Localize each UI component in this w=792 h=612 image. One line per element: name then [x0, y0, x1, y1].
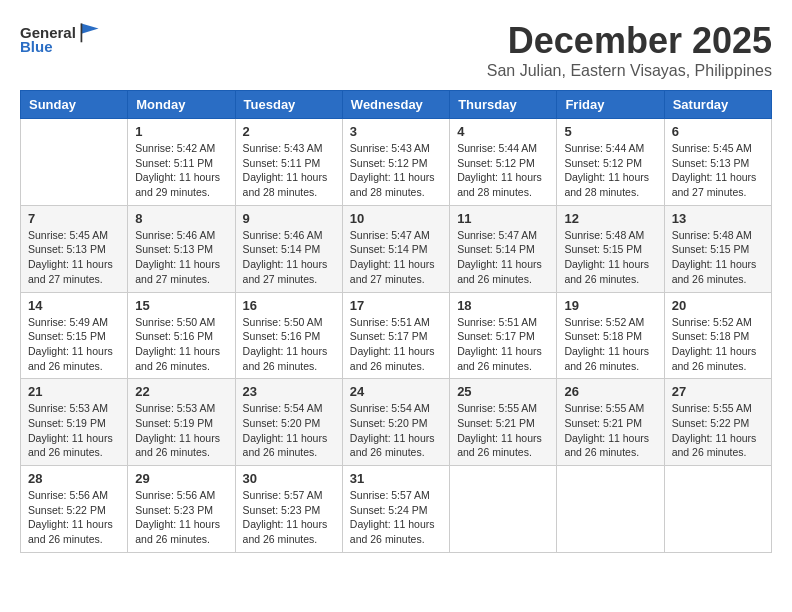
calendar-cell: 9Sunrise: 5:46 AM Sunset: 5:14 PM Daylig… — [235, 205, 342, 292]
main-title: December 2025 — [487, 20, 772, 62]
day-number: 29 — [135, 471, 227, 486]
day-info: Sunrise: 5:53 AM Sunset: 5:19 PM Dayligh… — [135, 401, 227, 460]
calendar-cell: 12Sunrise: 5:48 AM Sunset: 5:15 PM Dayli… — [557, 205, 664, 292]
calendar-cell: 6Sunrise: 5:45 AM Sunset: 5:13 PM Daylig… — [664, 119, 771, 206]
calendar-table: SundayMondayTuesdayWednesdayThursdayFrid… — [20, 90, 772, 553]
weekday-header-thursday: Thursday — [450, 91, 557, 119]
weekday-header-wednesday: Wednesday — [342, 91, 449, 119]
calendar-cell: 21Sunrise: 5:53 AM Sunset: 5:19 PM Dayli… — [21, 379, 128, 466]
calendar-cell: 25Sunrise: 5:55 AM Sunset: 5:21 PM Dayli… — [450, 379, 557, 466]
calendar-cell: 3Sunrise: 5:43 AM Sunset: 5:12 PM Daylig… — [342, 119, 449, 206]
day-info: Sunrise: 5:51 AM Sunset: 5:17 PM Dayligh… — [457, 315, 549, 374]
day-number: 9 — [243, 211, 335, 226]
day-number: 24 — [350, 384, 442, 399]
calendar-cell: 23Sunrise: 5:54 AM Sunset: 5:20 PM Dayli… — [235, 379, 342, 466]
day-number: 12 — [564, 211, 656, 226]
day-info: Sunrise: 5:50 AM Sunset: 5:16 PM Dayligh… — [243, 315, 335, 374]
weekday-header-saturday: Saturday — [664, 91, 771, 119]
day-info: Sunrise: 5:56 AM Sunset: 5:23 PM Dayligh… — [135, 488, 227, 547]
calendar-week-row: 28Sunrise: 5:56 AM Sunset: 5:22 PM Dayli… — [21, 466, 772, 553]
calendar-cell: 16Sunrise: 5:50 AM Sunset: 5:16 PM Dayli… — [235, 292, 342, 379]
day-number: 27 — [672, 384, 764, 399]
day-number: 10 — [350, 211, 442, 226]
day-info: Sunrise: 5:52 AM Sunset: 5:18 PM Dayligh… — [672, 315, 764, 374]
day-number: 4 — [457, 124, 549, 139]
day-info: Sunrise: 5:45 AM Sunset: 5:13 PM Dayligh… — [28, 228, 120, 287]
calendar-cell: 5Sunrise: 5:44 AM Sunset: 5:12 PM Daylig… — [557, 119, 664, 206]
day-number: 2 — [243, 124, 335, 139]
day-info: Sunrise: 5:55 AM Sunset: 5:21 PM Dayligh… — [457, 401, 549, 460]
calendar-cell: 17Sunrise: 5:51 AM Sunset: 5:17 PM Dayli… — [342, 292, 449, 379]
day-info: Sunrise: 5:49 AM Sunset: 5:15 PM Dayligh… — [28, 315, 120, 374]
day-number: 25 — [457, 384, 549, 399]
day-number: 13 — [672, 211, 764, 226]
day-info: Sunrise: 5:57 AM Sunset: 5:23 PM Dayligh… — [243, 488, 335, 547]
calendar-cell — [557, 466, 664, 553]
day-info: Sunrise: 5:44 AM Sunset: 5:12 PM Dayligh… — [457, 141, 549, 200]
calendar-cell: 8Sunrise: 5:46 AM Sunset: 5:13 PM Daylig… — [128, 205, 235, 292]
day-number: 30 — [243, 471, 335, 486]
day-number: 3 — [350, 124, 442, 139]
day-number: 8 — [135, 211, 227, 226]
calendar-week-row: 7Sunrise: 5:45 AM Sunset: 5:13 PM Daylig… — [21, 205, 772, 292]
calendar-cell: 30Sunrise: 5:57 AM Sunset: 5:23 PM Dayli… — [235, 466, 342, 553]
day-info: Sunrise: 5:47 AM Sunset: 5:14 PM Dayligh… — [457, 228, 549, 287]
calendar-cell: 13Sunrise: 5:48 AM Sunset: 5:15 PM Dayli… — [664, 205, 771, 292]
day-number: 23 — [243, 384, 335, 399]
day-info: Sunrise: 5:43 AM Sunset: 5:11 PM Dayligh… — [243, 141, 335, 200]
day-number: 5 — [564, 124, 656, 139]
calendar-cell: 10Sunrise: 5:47 AM Sunset: 5:14 PM Dayli… — [342, 205, 449, 292]
calendar-header-row: SundayMondayTuesdayWednesdayThursdayFrid… — [21, 91, 772, 119]
day-info: Sunrise: 5:43 AM Sunset: 5:12 PM Dayligh… — [350, 141, 442, 200]
day-number: 19 — [564, 298, 656, 313]
calendar-cell — [450, 466, 557, 553]
day-info: Sunrise: 5:48 AM Sunset: 5:15 PM Dayligh… — [564, 228, 656, 287]
title-section: December 2025 San Julian, Eastern Visaya… — [487, 20, 772, 80]
svg-marker-0 — [81, 23, 98, 33]
day-number: 21 — [28, 384, 120, 399]
weekday-header-friday: Friday — [557, 91, 664, 119]
day-info: Sunrise: 5:54 AM Sunset: 5:20 PM Dayligh… — [350, 401, 442, 460]
calendar-cell: 11Sunrise: 5:47 AM Sunset: 5:14 PM Dayli… — [450, 205, 557, 292]
weekday-header-tuesday: Tuesday — [235, 91, 342, 119]
day-number: 28 — [28, 471, 120, 486]
calendar-cell: 1Sunrise: 5:42 AM Sunset: 5:11 PM Daylig… — [128, 119, 235, 206]
day-number: 14 — [28, 298, 120, 313]
calendar-cell: 26Sunrise: 5:55 AM Sunset: 5:21 PM Dayli… — [557, 379, 664, 466]
day-number: 31 — [350, 471, 442, 486]
day-number: 11 — [457, 211, 549, 226]
calendar-cell: 27Sunrise: 5:55 AM Sunset: 5:22 PM Dayli… — [664, 379, 771, 466]
calendar-cell: 19Sunrise: 5:52 AM Sunset: 5:18 PM Dayli… — [557, 292, 664, 379]
calendar-cell: 29Sunrise: 5:56 AM Sunset: 5:23 PM Dayli… — [128, 466, 235, 553]
calendar-week-row: 21Sunrise: 5:53 AM Sunset: 5:19 PM Dayli… — [21, 379, 772, 466]
calendar-cell: 15Sunrise: 5:50 AM Sunset: 5:16 PM Dayli… — [128, 292, 235, 379]
calendar-cell: 20Sunrise: 5:52 AM Sunset: 5:18 PM Dayli… — [664, 292, 771, 379]
day-info: Sunrise: 5:55 AM Sunset: 5:22 PM Dayligh… — [672, 401, 764, 460]
day-info: Sunrise: 5:42 AM Sunset: 5:11 PM Dayligh… — [135, 141, 227, 200]
calendar-cell: 31Sunrise: 5:57 AM Sunset: 5:24 PM Dayli… — [342, 466, 449, 553]
day-info: Sunrise: 5:53 AM Sunset: 5:19 PM Dayligh… — [28, 401, 120, 460]
day-number: 20 — [672, 298, 764, 313]
day-info: Sunrise: 5:48 AM Sunset: 5:15 PM Dayligh… — [672, 228, 764, 287]
day-info: Sunrise: 5:51 AM Sunset: 5:17 PM Dayligh… — [350, 315, 442, 374]
calendar-cell — [21, 119, 128, 206]
calendar-week-row: 14Sunrise: 5:49 AM Sunset: 5:15 PM Dayli… — [21, 292, 772, 379]
calendar-cell: 14Sunrise: 5:49 AM Sunset: 5:15 PM Dayli… — [21, 292, 128, 379]
day-info: Sunrise: 5:57 AM Sunset: 5:24 PM Dayligh… — [350, 488, 442, 547]
logo-text-blue: Blue — [20, 38, 53, 55]
day-number: 26 — [564, 384, 656, 399]
day-info: Sunrise: 5:56 AM Sunset: 5:22 PM Dayligh… — [28, 488, 120, 547]
day-info: Sunrise: 5:44 AM Sunset: 5:12 PM Dayligh… — [564, 141, 656, 200]
day-info: Sunrise: 5:46 AM Sunset: 5:14 PM Dayligh… — [243, 228, 335, 287]
calendar-week-row: 1Sunrise: 5:42 AM Sunset: 5:11 PM Daylig… — [21, 119, 772, 206]
day-number: 17 — [350, 298, 442, 313]
calendar-cell: 24Sunrise: 5:54 AM Sunset: 5:20 PM Dayli… — [342, 379, 449, 466]
logo: General Blue — [20, 20, 102, 55]
calendar-cell: 22Sunrise: 5:53 AM Sunset: 5:19 PM Dayli… — [128, 379, 235, 466]
day-number: 7 — [28, 211, 120, 226]
weekday-header-sunday: Sunday — [21, 91, 128, 119]
day-number: 22 — [135, 384, 227, 399]
calendar-cell: 7Sunrise: 5:45 AM Sunset: 5:13 PM Daylig… — [21, 205, 128, 292]
day-info: Sunrise: 5:50 AM Sunset: 5:16 PM Dayligh… — [135, 315, 227, 374]
day-number: 6 — [672, 124, 764, 139]
